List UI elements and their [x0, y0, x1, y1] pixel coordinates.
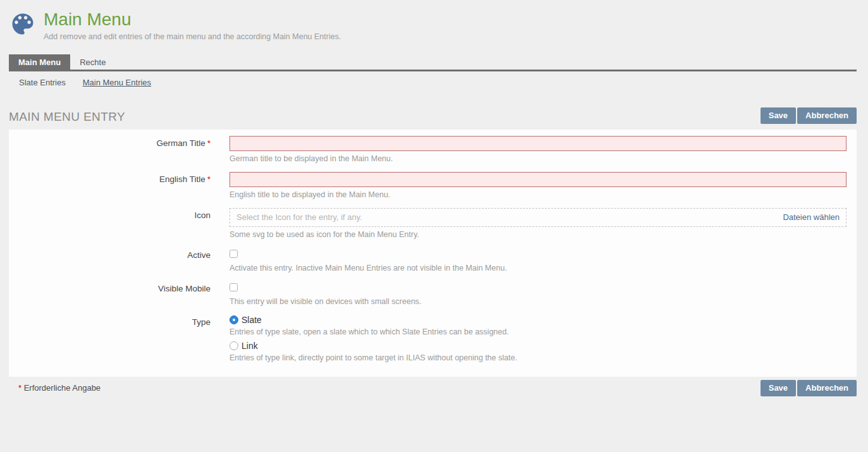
- visible-mobile-checkbox[interactable]: [229, 283, 238, 291]
- required-asterisk: *: [18, 383, 21, 393]
- subtab-slate-entries[interactable]: Slate Entries: [19, 78, 66, 87]
- english-title-label: English Title*: [9, 172, 229, 208]
- palette-icon: [9, 10, 37, 38]
- page-title: Main Menu: [44, 10, 341, 30]
- type-option-slate[interactable]: Slate: [229, 315, 847, 325]
- visible-mobile-label: Visible Mobile: [9, 281, 229, 315]
- form-field-visible-mobile: Visible Mobile This entry will be visibl…: [9, 281, 847, 315]
- link-radio-label[interactable]: Link: [241, 341, 258, 351]
- icon-file-dropzone[interactable]: Select the Icon for the entry, if any. D…: [229, 208, 847, 227]
- subtab-main-menu-entries[interactable]: Main Menu Entries: [83, 78, 151, 87]
- top-button-group: Save Abbrechen: [761, 107, 857, 124]
- required-asterisk: *: [207, 138, 211, 148]
- icon-label: Icon: [9, 208, 229, 248]
- section-bar: MAIN MENU ENTRY Save Abbrechen: [9, 107, 857, 124]
- tab-bar: Main Menu Rechte: [9, 54, 857, 71]
- form-field-german-title: German Title* German title to be display…: [9, 136, 847, 172]
- slate-radio-label[interactable]: Slate: [241, 315, 262, 325]
- cancel-button-top[interactable]: Abbrechen: [797, 107, 857, 124]
- icon-file-placeholder: Select the Icon for the entry, if any.: [236, 212, 362, 222]
- german-title-label: German Title*: [9, 136, 229, 172]
- type-option-link[interactable]: Link: [229, 341, 847, 351]
- page-header: Main Menu Add remove and edit entries of…: [0, 0, 868, 41]
- tab-rechte[interactable]: Rechte: [70, 54, 115, 70]
- type-label: Type: [9, 315, 229, 367]
- slate-option-byline: Entries of type slate, open a slate whic…: [229, 327, 847, 336]
- english-title-input[interactable]: [229, 172, 847, 187]
- form-field-icon: Icon Select the Icon for the entry, if a…: [9, 208, 847, 248]
- form-field-active: Active Activate this entry. Inactive Mai…: [9, 248, 847, 281]
- link-radio[interactable]: [229, 341, 238, 350]
- required-asterisk: *: [207, 174, 211, 184]
- tab-main-menu[interactable]: Main Menu: [9, 54, 70, 70]
- german-title-byline: German title to be displayed in the Main…: [229, 154, 847, 163]
- choose-files-link[interactable]: Dateien wählen: [783, 212, 840, 222]
- visible-mobile-byline: This entry will be visible on devices wi…: [229, 297, 847, 306]
- required-note-text: Erforderliche Angabe: [24, 383, 101, 393]
- save-button-bottom[interactable]: Save: [761, 380, 796, 396]
- subtab-bar: Slate Entries Main Menu Entries: [11, 71, 857, 93]
- bottom-button-group: Save Abbrechen: [761, 380, 857, 396]
- form-field-english-title: English Title* English title to be displ…: [9, 172, 847, 208]
- main-menu-entry-form: German Title* German title to be display…: [9, 130, 857, 377]
- link-option-byline: Entries of type link, directly point to …: [229, 353, 847, 362]
- form-footer: * Erforderliche Angabe Save Abbrechen: [9, 377, 857, 396]
- active-label: Active: [9, 248, 229, 281]
- active-byline: Activate this entry. Inactive Main Menu …: [229, 264, 847, 272]
- cancel-button-bottom[interactable]: Abbrechen: [797, 380, 857, 396]
- section-title: MAIN MENU ENTRY: [9, 110, 125, 124]
- icon-byline: Some svg to be used as icon for the Main…: [229, 230, 847, 239]
- required-note: * Erforderliche Angabe: [9, 380, 101, 393]
- slate-radio[interactable]: [229, 315, 238, 324]
- active-checkbox[interactable]: [229, 250, 238, 258]
- german-title-input[interactable]: [229, 136, 847, 151]
- page-subtitle: Add remove and edit entries of the main …: [44, 32, 341, 41]
- form-field-type: Type Slate Entries of type slate, open a…: [9, 315, 847, 367]
- english-title-byline: English title to be displayed in the Mai…: [229, 190, 847, 199]
- save-button-top[interactable]: Save: [761, 107, 796, 124]
